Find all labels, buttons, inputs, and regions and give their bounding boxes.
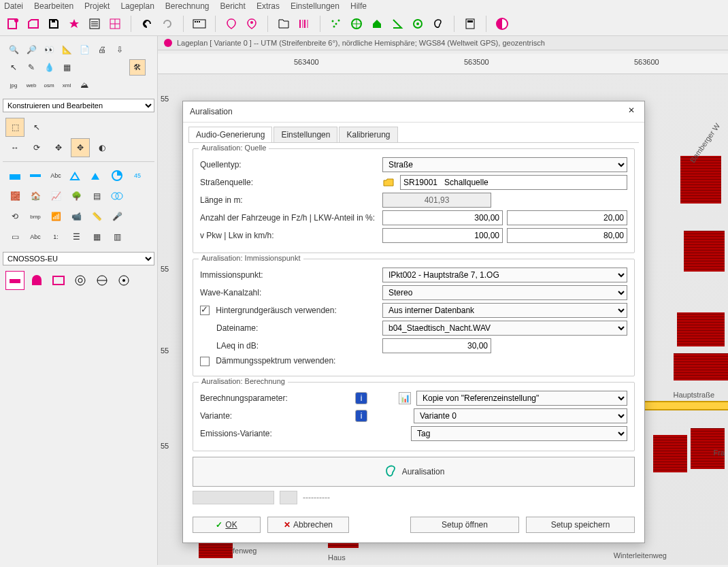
tunnel-icon[interactable] — [27, 271, 46, 290]
tab-kalibrierung[interactable]: Kalibrierung — [339, 127, 397, 142]
ear-icon[interactable] — [429, 15, 447, 33]
layers2-icon[interactable]: ▤ — [87, 187, 106, 206]
variante-select[interactable]: Variante 0 — [414, 408, 627, 423]
star-icon[interactable] — [65, 15, 83, 33]
target-c-icon[interactable] — [114, 271, 133, 290]
cursor-icon[interactable]: ↖ — [5, 59, 22, 76]
param-select[interactable]: Kopie von "Referenzeinstellung" — [416, 391, 627, 406]
chart-icon[interactable]: 📈 — [46, 187, 65, 206]
grid-icon[interactable] — [106, 15, 124, 33]
lkw-anteil-input[interactable] — [507, 210, 627, 225]
hintergrund-select[interactable]: Aus interner Datenbank — [382, 303, 627, 318]
save-icon[interactable] — [45, 15, 63, 33]
laeq-input[interactable] — [382, 338, 491, 353]
menu-item[interactable]: Datei — [4, 1, 23, 11]
v-pkw-input[interactable] — [382, 228, 503, 243]
grid-tool-icon[interactable]: ▦ — [59, 59, 75, 76]
angle45-icon[interactable]: 45 — [128, 166, 147, 185]
menu-item[interactable]: Berechnung — [165, 1, 210, 11]
house-icon[interactable]: 🏠 — [26, 187, 45, 206]
export-icon[interactable]: ⇩ — [112, 42, 128, 58]
print-icon[interactable]: 🖨 — [94, 42, 110, 58]
setup-open-button[interactable]: Setup öffnen — [410, 517, 519, 533]
tab-einstellungen[interactable]: Einstellungen — [274, 127, 337, 142]
wall-icon[interactable]: 🧱 — [5, 187, 24, 206]
move-c-icon[interactable]: ✥ — [71, 138, 90, 157]
book-icon[interactable] — [275, 15, 293, 33]
ruler-icon[interactable]: 📏 — [87, 207, 106, 226]
menu-item[interactable]: Bericht — [220, 1, 246, 11]
immissionspunkt-select[interactable]: IPkt002 - Hauptstraße 7, 1.OG — [382, 268, 627, 282]
web-icon[interactable]: web — [23, 77, 39, 93]
refresh-icon[interactable]: ⟲ — [5, 207, 24, 226]
v-lkw-input[interactable] — [507, 228, 627, 243]
barcode-icon[interactable] — [295, 15, 313, 33]
osm-icon[interactable]: osm — [41, 77, 57, 93]
terrain-icon[interactable]: ⛰ — [76, 77, 93, 93]
car-icon[interactable] — [5, 271, 24, 290]
mountain-a-icon[interactable] — [67, 166, 86, 185]
abc-box-icon[interactable]: Abc — [26, 227, 45, 246]
cancel-button[interactable]: ✕ Abbrechen — [267, 517, 349, 533]
folder-open-icon[interactable] — [382, 176, 395, 189]
daemmung-checkbox[interactable] — [200, 357, 210, 366]
chart-icon[interactable]: 📊 — [399, 392, 411, 404]
table-icon[interactable]: ▦ — [87, 227, 106, 246]
move-a-icon[interactable]: ↔ — [5, 138, 24, 157]
table2-icon[interactable]: ▥ — [107, 227, 127, 246]
info-icon[interactable]: i — [355, 392, 367, 404]
wave-select[interactable]: Stereo — [382, 285, 627, 300]
highlight-icon[interactable]: 📐 — [59, 42, 75, 58]
hintergrund-checkbox[interactable] — [200, 306, 210, 315]
calculator-icon[interactable] — [461, 15, 479, 33]
pin-a-icon[interactable] — [222, 15, 240, 33]
scale-icon[interactable]: 1: — [46, 227, 65, 246]
camera-icon[interactable]: 📹 — [67, 207, 86, 226]
info-icon[interactable]: i — [355, 410, 367, 422]
zoom-out-icon[interactable]: 🔎 — [23, 42, 39, 58]
list2-icon[interactable]: ☰ — [67, 227, 86, 246]
menu-item[interactable]: Lageplan — [120, 1, 154, 11]
target-a-icon[interactable] — [71, 271, 90, 290]
jpg-icon[interactable]: jpg — [5, 77, 22, 93]
bmp-icon[interactable]: bmp — [26, 207, 45, 226]
target-b-icon[interactable] — [93, 271, 112, 290]
rings-icon[interactable] — [107, 187, 127, 206]
mic-icon[interactable]: 🎤 — [107, 207, 127, 226]
select-tool-icon[interactable]: ⬚ — [5, 118, 24, 137]
angle-icon[interactable] — [388, 15, 406, 33]
construct-edit-select[interactable]: Konstruieren und Bearbeiten — [3, 99, 154, 112]
app-logo-icon[interactable] — [493, 15, 511, 33]
binoculars-icon[interactable]: 👀 — [41, 42, 57, 58]
standard-select[interactable]: CNOSSOS-EU — [3, 252, 154, 265]
arrow-tool-icon[interactable]: ↖ — [27, 118, 46, 137]
anzahl-fahrzeuge-input[interactable] — [382, 210, 503, 225]
setup-save-button[interactable]: Setup speichern — [526, 517, 635, 533]
tab-audio-generierung[interactable]: Audio-Generierung — [188, 127, 272, 142]
emission-select[interactable]: Tag — [411, 426, 627, 441]
xml-icon[interactable]: xml — [59, 77, 75, 93]
close-icon[interactable]: ✕ — [625, 106, 638, 118]
rect-icon[interactable]: ▭ — [5, 227, 24, 246]
menu-item[interactable]: Bearbeiten — [34, 1, 73, 11]
text-abc-icon[interactable]: Abc — [46, 166, 65, 185]
menu-item[interactable]: Einstellungen — [291, 1, 340, 11]
open-project-icon[interactable] — [24, 15, 42, 33]
zoom-in-icon[interactable]: 🔍 — [5, 42, 22, 58]
compass-icon[interactable] — [348, 15, 365, 33]
obj-a-icon[interactable] — [5, 166, 24, 185]
move-b-icon[interactable]: ✥ — [49, 138, 68, 157]
layers-icon[interactable]: 📄 — [76, 42, 93, 58]
signal-icon[interactable]: 📶 — [46, 207, 65, 226]
scatter-icon[interactable] — [327, 15, 345, 33]
tools-icon[interactable]: 🛠 — [129, 59, 146, 76]
quellentyp-select[interactable]: Straße — [382, 157, 627, 172]
auralisation-button[interactable]: Auralisation — [193, 457, 635, 487]
ok-button[interactable]: ✓ OK — [193, 517, 261, 533]
piechart-icon[interactable] — [107, 166, 127, 185]
parking-icon[interactable] — [49, 271, 68, 290]
keyboard-icon[interactable] — [191, 15, 208, 33]
mountain-b-icon[interactable] — [87, 166, 106, 185]
obj-b-icon[interactable] — [26, 166, 45, 185]
strassenquelle-input[interactable] — [400, 175, 627, 190]
